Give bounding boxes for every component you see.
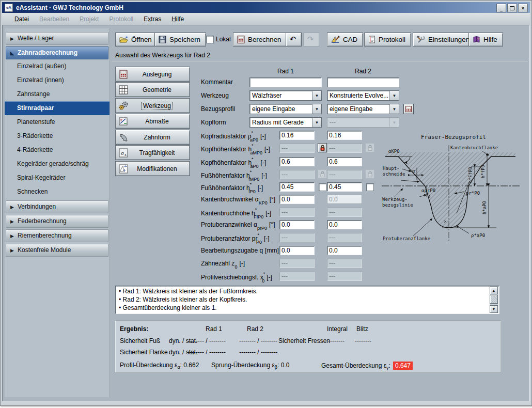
- protuberanzwinkel-rad2-input[interactable]: [327, 220, 362, 229]
- fu-h-henfaktor-h-rad1-checkbox[interactable]: [319, 183, 326, 191]
- menu-datei[interactable]: Datei: [9, 14, 34, 24]
- bearbeitungszugabe-q-rad1-input[interactable]: [279, 246, 315, 255]
- kantenbruchwinkel-rad1-input[interactable]: [279, 195, 315, 204]
- werkzeug-rad1-dropdown[interactable]: Wälzfräser▼: [249, 90, 322, 101]
- sidebar-section-zahnradberechnung[interactable]: ◣Zahnradberechnung: [6, 46, 108, 59]
- dropdown-value: Wälzfräser: [250, 91, 312, 100]
- menu-extras[interactable]: Extras: [138, 14, 166, 24]
- scroll-up-icon[interactable]: ▲: [490, 287, 498, 294]
- sidebar-item-4-r-derkette[interactable]: 4-Räderkette: [5, 143, 109, 157]
- bezugsprofil-rad2-dropdown[interactable]: eigene Eingabe▼: [327, 104, 399, 114]
- fu-h-henfaktor-h-rad1-input[interactable]: [279, 170, 315, 179]
- kantenbruchwinkel-rad2-input[interactable]: [327, 195, 362, 204]
- kopfradiusfaktor-rad2-input[interactable]: [327, 131, 362, 140]
- fu-h-henfaktor-h-rad2-checkbox[interactable]: [366, 183, 374, 191]
- profilverschiebungsf-x-rad1-input[interactable]: [279, 272, 315, 281]
- kopfform-rad1-dropdown[interactable]: Radius mit Gerade▼: [249, 117, 322, 128]
- minimize-button[interactable]: _: [496, 4, 506, 12]
- kopfh-henfaktor-h-rad1-input[interactable]: [279, 157, 315, 166]
- nav-tragf-higkeit-button[interactable]: σxTragfähigkeit: [115, 145, 190, 160]
- fu-h-henfaktor-h-rad1-lock-button[interactable]: [318, 169, 327, 179]
- kopfh-henfaktor-h-rad2-lock-button[interactable]: [365, 143, 374, 152]
- nav-werkzeug-button[interactable]: Werkzeug: [115, 98, 190, 113]
- scrollbar-thumb[interactable]: [490, 295, 498, 304]
- helix-overlap: Sprung-Überdeckung εβ: 0.0: [211, 362, 289, 370]
- dropdown-arrow-icon[interactable]: ▼: [312, 118, 321, 127]
- sidebar-section-verbindungen[interactable]: ▶Verbindungen: [6, 200, 108, 213]
- bearbeitungszugabe-q-rad2-input[interactable]: [327, 246, 362, 255]
- kommentar-rad2-input[interactable]: [327, 77, 399, 87]
- dropdown-arrow-icon[interactable]: ▼: [312, 91, 321, 100]
- sidebar-section-riemenberechnung[interactable]: ▶Riemenberechnung: [6, 229, 108, 242]
- kopfh-henfaktor-h-rad1-input[interactable]: [279, 144, 315, 153]
- calculate-button[interactable]: Berechnen: [233, 33, 287, 46]
- sidebar-item-stirnradpaar[interactable]: Stirnradpaar: [5, 101, 109, 115]
- dropdown-arrow-icon[interactable]: ▼: [389, 118, 399, 127]
- kommentar-rad1-input[interactable]: [249, 77, 322, 87]
- sidebar-section-kostenfreie-module[interactable]: ▶Kostenfreie Module: [6, 244, 108, 257]
- close-button[interactable]: ×: [518, 4, 528, 12]
- sidebar-item-schnecken[interactable]: Schnecken: [5, 185, 109, 199]
- local-checkbox[interactable]: [206, 36, 214, 43]
- fu-h-henfaktor-h-rad1-input[interactable]: [279, 182, 315, 192]
- redo-button[interactable]: ↷: [303, 33, 319, 46]
- protocol-button[interactable]: Protokoll: [364, 33, 411, 46]
- protuberanzfaktor-pr-rad2-input[interactable]: [327, 233, 362, 242]
- sidebar-label: Zahnradberechnung: [18, 49, 77, 56]
- z-hnezahl-z-rad2-input[interactable]: [327, 259, 362, 268]
- menu-hilfe[interactable]: Hilfe: [166, 14, 189, 24]
- nav-abma-e-button[interactable]: Abmaße: [115, 114, 190, 129]
- save-button[interactable]: Speichern: [154, 33, 206, 46]
- z-hnezahl-z-rad1-input[interactable]: [279, 259, 315, 268]
- sidebar-item-einzelrad-innen[interactable]: Einzelrad (innen): [5, 73, 109, 87]
- werkzeug-rad2-dropdown[interactable]: Konstruierte Evolve...▼: [327, 90, 399, 101]
- sidebar-section-federberechnung[interactable]: ▶Federberechnung: [6, 215, 108, 228]
- menu-projekt[interactable]: Projekt: [74, 14, 104, 24]
- sidebar-section-welle-lager[interactable]: ▶Welle / Lager: [6, 32, 108, 45]
- modifications-icon: [117, 163, 130, 174]
- reference-profile-calculator-button[interactable]: [403, 104, 414, 114]
- sidebar-item-planetenstufe[interactable]: Planetenstufe: [5, 115, 109, 129]
- sidebar-item-einzelrad-au-en[interactable]: Einzelrad (außen): [5, 59, 109, 73]
- protuberanzwinkel-rad1-input[interactable]: [279, 220, 315, 229]
- results-col-rad1: Rad 1: [196, 325, 232, 333]
- scroll-down-icon[interactable]: ▼: [490, 305, 498, 313]
- kopfform-rad2-dropdown[interactable]: ---▼: [327, 117, 399, 128]
- menu-bearbeiten[interactable]: Bearbeiten: [34, 14, 74, 24]
- sidebar-item-zahnstange[interactable]: Zahnstange: [5, 87, 109, 101]
- maximize-button[interactable]: [507, 4, 517, 12]
- bezugsprofil-rad1-dropdown[interactable]: eigene Eingabe▼: [249, 104, 322, 114]
- dropdown-arrow-icon[interactable]: ▼: [312, 104, 321, 114]
- settings-button[interactable]: Einstellungen: [413, 33, 475, 46]
- dropdown-arrow-icon[interactable]: ▼: [389, 91, 399, 100]
- dropdown-arrow-icon[interactable]: ▼: [389, 104, 399, 114]
- kopfh-henfaktor-h-rad2-input[interactable]: [327, 157, 362, 166]
- kopfradiusfaktor-rad1-input[interactable]: [279, 131, 315, 140]
- nav-geometrie-button[interactable]: Geometrie: [115, 82, 190, 97]
- fu-h-henfaktor-h-rad2-input[interactable]: [327, 182, 362, 192]
- sidebar-item-kegelr-der-gerade-schr-g[interactable]: Kegelräder gerade/schräg: [5, 157, 109, 171]
- menu-protokoll[interactable]: Protokoll: [104, 14, 138, 24]
- nav-modifikationen-button[interactable]: Modifikationen: [115, 161, 190, 176]
- sidebar-item-3-r-derkette[interactable]: 3-Räderkette: [5, 129, 109, 143]
- sidebar-item-spiral-kegelr-der[interactable]: Spiral-Kegelräder: [5, 171, 109, 185]
- kantenbruchh-he-h-rad2-input[interactable]: [327, 208, 362, 217]
- screen: eA eAssistant - GWJ Technology GmbH _ × …: [0, 0, 532, 408]
- open-button[interactable]: Öffnen: [115, 33, 158, 46]
- nav-zahnform-button[interactable]: Zahnform: [115, 130, 190, 145]
- kantenbruchh-he-h-rad1-input[interactable]: [279, 208, 315, 217]
- fu-h-henfaktor-h-rad2-input[interactable]: [327, 170, 362, 179]
- protuberanzfaktor-pr-rad1-input[interactable]: [279, 233, 315, 242]
- svg-text:ρ*aP0: ρ*aP0: [471, 233, 485, 238]
- message-scrollbar[interactable]: ▲ ▼: [490, 287, 498, 313]
- kopfh-henfaktor-h-rad2-input[interactable]: [327, 144, 362, 153]
- cad-button[interactable]: CAD: [327, 33, 363, 46]
- fu-h-henfaktor-h-rad2-lock-button[interactable]: [365, 169, 374, 179]
- kopfh-henfaktor-h-rad1-lock-button[interactable]: [318, 143, 327, 152]
- help-button[interactable]: ? Hilfe: [468, 33, 503, 46]
- nav-auslegung-button[interactable]: Auslegung: [115, 67, 190, 82]
- results-panel: Ergebnis: Rad 1 Rad 2 Integral Blitz Sic…: [115, 321, 500, 372]
- undo-button[interactable]: ↶: [286, 33, 302, 46]
- profilverschiebungsf-x-rad2-input[interactable]: [327, 272, 362, 281]
- padlock-icon: [320, 171, 325, 178]
